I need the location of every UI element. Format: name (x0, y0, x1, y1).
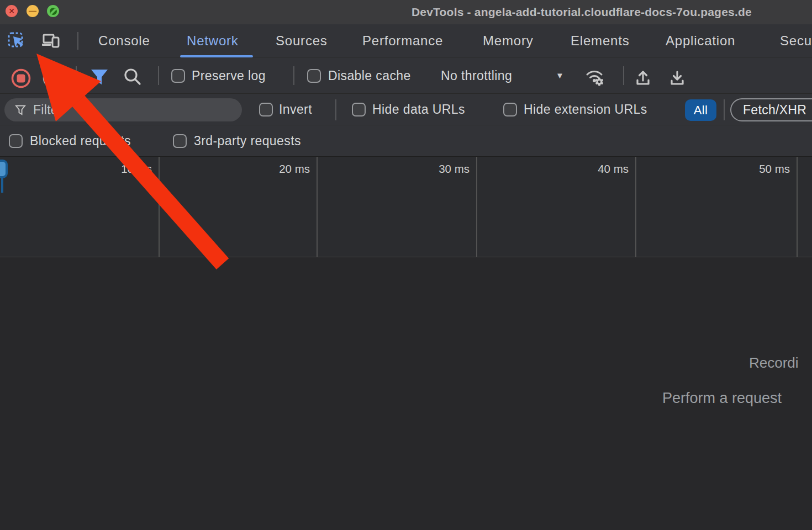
download-icon (667, 67, 688, 88)
search-icon (122, 67, 143, 88)
filter-small-funnel-icon (14, 104, 27, 116)
inspect-element-button[interactable] (4, 29, 29, 53)
timeline-marker (0, 160, 8, 178)
clear-network-log-button[interactable] (40, 66, 64, 91)
disable-cache-label: Disable cache (328, 57, 411, 94)
throttling-caret-icon[interactable]: ▼ (556, 57, 564, 94)
tab-security[interactable]: Secu (780, 24, 812, 57)
third-party-requests-checkbox[interactable] (173, 134, 187, 148)
timeline-gridline (635, 157, 636, 257)
filterbar-divider (724, 99, 725, 120)
hide-data-urls-label: Hide data URLs (372, 94, 465, 125)
hide-extension-urls-label: Hide extension URLs (524, 94, 647, 125)
close-icon: ✕ (8, 7, 15, 15)
tab-network[interactable]: Network (187, 24, 239, 57)
minimize-icon: — (29, 7, 36, 15)
timeline-tick-50ms: 50 ms (735, 162, 790, 176)
toolbar-divider (158, 66, 159, 85)
timeline-gridline (159, 157, 160, 257)
import-har-button[interactable] (631, 66, 655, 90)
filter-input[interactable] (33, 103, 215, 118)
perform-request-hint-text: Perform a request (662, 390, 782, 407)
disable-cache-checkbox[interactable] (307, 69, 321, 83)
device-toolbar-icon (41, 31, 61, 50)
minimize-window-button[interactable]: — (27, 5, 39, 17)
tab-performance[interactable]: Performance (362, 24, 443, 57)
third-party-requests-label: 3rd-party requests (194, 125, 301, 156)
throttling-select-value[interactable]: No throttling (441, 57, 512, 94)
blocked-requests-label: Blocked requests (30, 125, 131, 156)
hide-extension-urls-checkbox[interactable] (503, 103, 517, 116)
tab-memory[interactable]: Memory (483, 24, 533, 57)
filter-toggle-button[interactable] (87, 65, 112, 89)
title-bar: ✕ — DevTools - angela-add-tutorial.cloud… (0, 0, 812, 24)
inspect-cursor-icon (7, 31, 26, 50)
timeline-tick-20ms: 20 ms (255, 162, 310, 176)
preserve-log-checkbox[interactable] (171, 69, 185, 83)
export-har-button[interactable] (665, 66, 689, 90)
close-window-button[interactable]: ✕ (6, 5, 18, 17)
tab-application[interactable]: Application (666, 24, 735, 57)
tab-console[interactable]: Console (98, 24, 150, 57)
zoom-window-button[interactable] (47, 5, 59, 17)
request-filter-row: Blocked requests 3rd-party requests (0, 125, 812, 156)
record-network-log-button[interactable] (9, 66, 33, 91)
request-type-all-chip[interactable]: All (685, 99, 716, 121)
network-filter-bar: Invert Hide data URLs Hide extension URL… (0, 94, 812, 125)
toolbar-divider (77, 32, 78, 50)
window-title: DevTools - angela-add-tutorial.cloudflar… (412, 0, 752, 24)
timeline-tick-40ms: 40 ms (573, 162, 629, 176)
recording-status-text: Recordi (749, 354, 799, 372)
timeline-gridline (797, 157, 798, 257)
timeline-gridline (317, 157, 318, 257)
upload-icon (632, 67, 653, 88)
search-button[interactable] (120, 65, 145, 89)
invert-label: Invert (279, 94, 312, 125)
timeline-gridline (476, 157, 477, 257)
filterbar-divider (335, 99, 336, 120)
network-conditions-button[interactable] (582, 65, 607, 89)
filter-funnel-icon (89, 67, 110, 87)
toolbar-divider (76, 66, 77, 85)
toggle-device-toolbar-button[interactable] (39, 29, 63, 53)
request-table-empty-area: Recordi Perform a request (0, 257, 812, 530)
tab-elements[interactable]: Elements (571, 24, 629, 57)
filter-field[interactable] (4, 98, 242, 121)
blocked-requests-checkbox[interactable] (9, 134, 23, 148)
record-icon (11, 68, 31, 88)
request-type-fetch-xhr-chip[interactable]: Fetch/XHR (730, 98, 812, 121)
clear-icon (42, 68, 62, 88)
timeline-marker-stem (1, 178, 3, 193)
timeline-tick-10ms: 10 ms (97, 162, 152, 176)
zoom-icon (50, 8, 57, 15)
wifi-gear-icon (583, 66, 605, 88)
network-overview-timeline[interactable]: 10 ms 20 ms 30 ms 40 ms 50 ms (0, 156, 812, 257)
network-toolbar: Preserve log Disable cache No throttling… (0, 57, 812, 94)
toolbar-divider (293, 66, 294, 85)
invert-checkbox[interactable] (259, 103, 273, 116)
preserve-log-label: Preserve log (192, 57, 266, 94)
devtools-tab-bar: Console Network Sources Performance Memo… (0, 24, 812, 57)
devtools-window: ✕ — DevTools - angela-add-tutorial.cloud… (0, 0, 812, 530)
toolbar-divider (623, 66, 624, 85)
timeline-tick-30ms: 30 ms (414, 162, 470, 176)
hide-data-urls-checkbox[interactable] (352, 103, 366, 116)
tab-sources[interactable]: Sources (276, 24, 328, 57)
